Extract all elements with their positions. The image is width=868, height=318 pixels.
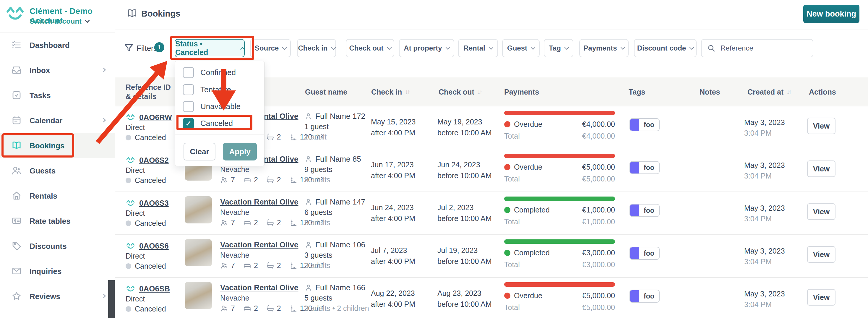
check-out-date: Jul 2, 2023 — [437, 202, 492, 213]
check-in-time: after 4:00 PM — [371, 256, 415, 267]
tasks-icon — [11, 90, 22, 100]
filter-at-property-button[interactable]: At property — [399, 39, 454, 57]
sidebar-item-calendar[interactable]: Calendar — [0, 108, 115, 133]
status-option-unavailable[interactable]: Unavailable — [183, 101, 241, 112]
payment-status: Completed — [514, 206, 550, 214]
sort-icon: ↓↑ — [786, 88, 792, 96]
canceled-status-dot — [126, 178, 131, 183]
sidebar-item-dashboard[interactable]: Dashboard — [0, 33, 115, 58]
table-header-check-in[interactable]: Check in↓↑ — [371, 77, 410, 106]
rate-tables-icon — [11, 216, 22, 226]
view-button[interactable]: View — [807, 118, 836, 134]
reference-search-input[interactable] — [720, 44, 806, 52]
bedrooms-icon — [243, 219, 251, 227]
view-button[interactable]: View — [807, 289, 836, 306]
booking-channel: Direct — [126, 165, 169, 175]
chevron-down-icon — [689, 45, 694, 50]
created-time: 3:04 PM — [744, 213, 785, 224]
rental-thumbnail[interactable] — [185, 239, 212, 266]
filter-discount-code-button[interactable]: Discount code — [634, 39, 696, 57]
created-time: 3:04 PM — [744, 299, 785, 310]
guest-person-icon — [304, 112, 312, 120]
filter-source-button[interactable]: Source — [250, 39, 291, 57]
sidebar-item-rentals[interactable]: Rentals — [0, 183, 115, 209]
sidebar-item-inbox[interactable]: Inbox — [0, 58, 115, 83]
payment-progress-bar — [504, 154, 615, 158]
payment-status: Overdue — [514, 163, 542, 171]
booking-channel: Direct — [126, 122, 172, 132]
calendar-icon — [11, 115, 22, 126]
filter-rental-button[interactable]: Rental — [458, 39, 498, 57]
created-date: May 3, 2023 — [744, 203, 785, 213]
rental-name-link[interactable]: Vacation Rental Olive — [220, 240, 298, 249]
booking-reference-link[interactable]: 0AO6S2 — [139, 155, 169, 165]
view-button[interactable]: View — [807, 203, 836, 220]
guest-detail: 3 adults • 2 children — [304, 303, 369, 314]
checkbox-checked-icon: ✓ — [183, 118, 194, 129]
payment-status: Overdue — [514, 120, 542, 129]
rental-capacity: 7 — [231, 303, 235, 314]
filter-check-out-button[interactable]: Check out — [346, 39, 394, 57]
guest-count: 3 guests — [304, 250, 369, 260]
created-date: May 3, 2023 — [744, 160, 785, 170]
filter-payments-button[interactable]: Payments — [579, 39, 629, 57]
payment-total-amount: €5,000.00 — [582, 303, 615, 312]
rental-capacity: 7 — [231, 260, 235, 271]
area-icon — [289, 176, 297, 184]
rental-name-link[interactable]: Vacation Rental Olive — [220, 283, 298, 292]
booking-reference-link[interactable]: 0AO6S6 — [139, 241, 169, 251]
rental-capacity: 7 — [231, 174, 235, 185]
payment-total-label: Total — [504, 132, 520, 140]
guests-icon — [11, 165, 22, 176]
status-option-tentative[interactable]: Tentative — [183, 84, 231, 95]
guest-count: 1 guest — [304, 122, 369, 132]
filter-check-in-button[interactable]: Check in — [297, 39, 336, 57]
tag-label: foo — [639, 247, 659, 259]
view-button[interactable]: View — [807, 246, 836, 263]
sidebar-scrollbar[interactable] — [108, 280, 115, 318]
sidebar-item-inquiries[interactable]: Inquiries — [0, 259, 115, 284]
payment-total-label: Total — [504, 303, 520, 312]
rental-thumbnail[interactable] — [185, 196, 212, 223]
sidebar-item-rate-tables[interactable]: Rate tables — [0, 209, 115, 233]
sidebar-item-discounts[interactable]: Discounts — [0, 233, 115, 259]
sidebar-item-reviews[interactable]: Reviews — [0, 284, 115, 309]
sidebar-item-bookings[interactable]: Bookings — [0, 133, 115, 158]
status-option-canceled[interactable]: ✓ Canceled — [183, 118, 233, 129]
apply-button[interactable]: Apply — [223, 143, 257, 160]
payment-total-label: Total — [504, 260, 520, 269]
chevron-down-icon — [387, 45, 392, 50]
view-button[interactable]: View — [807, 160, 836, 177]
rental-name-link[interactable]: Vacation Rental Olive — [220, 197, 298, 206]
check-out-time: before 10:00 AM — [437, 256, 492, 267]
booking-source-smiley-icon — [126, 156, 136, 164]
sidebar-item-tasks[interactable]: Tasks — [0, 83, 115, 108]
table-header-check-out[interactable]: Check out↓↑ — [439, 77, 483, 106]
filter-guest-button[interactable]: Guest — [502, 39, 540, 57]
table-row: 0AO6S6 Direct Canceled Vacation Rental O… — [115, 235, 868, 278]
status-option-confirmed[interactable]: Confirmed — [183, 67, 236, 78]
switch-account-button[interactable]: Switch account — [30, 17, 89, 25]
booking-reference-link[interactable]: 0AO6RW — [139, 112, 172, 122]
inbox-icon — [11, 65, 22, 75]
capacity-icon — [220, 176, 228, 184]
guest-name: Full Name 106 — [315, 240, 365, 250]
reference-search — [701, 39, 813, 57]
filter-status-button[interactable]: Status • Canceled — [175, 39, 245, 57]
guest-detail: 6 adults — [304, 218, 369, 228]
bedrooms-icon — [243, 176, 251, 184]
check-out-time: before 10:00 AM — [437, 170, 492, 181]
status-filter-dropdown: Confirmed Tentative Unavailable ✓ Cancel… — [175, 61, 265, 166]
booking-reference-link[interactable]: 0AO6SB — [139, 284, 170, 294]
rental-thumbnail[interactable] — [185, 282, 212, 309]
table-header-created-at[interactable]: Created at↓↑ — [747, 77, 792, 106]
clear-button[interactable]: Clear — [184, 143, 215, 160]
filter-tag-button[interactable]: Tag — [544, 39, 574, 57]
booking-reference-link[interactable]: 0AO6S3 — [139, 198, 169, 208]
guest-name: Full Name 166 — [315, 283, 365, 293]
filter-funnel-icon — [124, 42, 134, 53]
search-icon — [707, 44, 716, 53]
reviews-icon — [11, 291, 22, 301]
check-in-date: Jul 7, 2023 — [371, 245, 415, 256]
sidebar-item-guests[interactable]: Guests — [0, 158, 115, 183]
